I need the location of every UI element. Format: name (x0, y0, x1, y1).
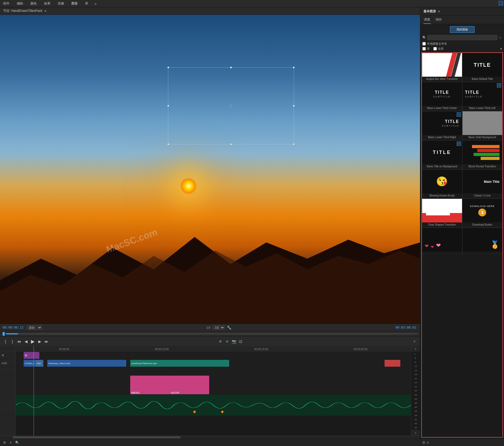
menu-item-edit[interactable]: 编辑 (16, 1, 24, 6)
panel-settings-btn[interactable]: ⚙ (422, 441, 425, 444)
in-point-button[interactable]: { (3, 339, 8, 344)
right-panel-menu-icon[interactable]: ≡ (438, 9, 440, 13)
menu-item-audio[interactable]: 音频 (57, 1, 65, 6)
local-folder-checkbox[interactable] (422, 42, 426, 45)
clip-video-handdrawn[interactable]: HandDrawnTitlesPack.mp4 (130, 360, 229, 367)
menu-item-effects[interactable]: 效果 (43, 1, 51, 6)
reward-bg: 🏅 (463, 228, 502, 252)
handle-tr[interactable] (293, 67, 295, 68)
scrubber-container[interactable] (0, 331, 420, 336)
panel-list-btn[interactable]: ≡ (427, 441, 429, 444)
play-button[interactable]: ▶ (30, 339, 36, 344)
tab-edit[interactable]: 编辑 (435, 16, 442, 24)
all-checkbox-label[interactable]: 全部 (433, 47, 444, 51)
clip-video-1807[interactable]: 1807 (35, 360, 43, 367)
vu-bottom-s: S (411, 430, 420, 435)
scrubber-bar[interactable] (6, 333, 417, 334)
template-card-lower-third-center[interactable]: ↗ TITLE SUBTITLE Basic Lower-Third Cente… (422, 82, 462, 111)
handle-mr[interactable] (293, 105, 295, 107)
vu-24: -24 (414, 381, 417, 384)
template-card-lower-third-right[interactable]: ↗ TITLE SUBTITLE Basic Lower-Third Right (422, 111, 462, 140)
tab-browse[interactable]: 浏览 (423, 16, 431, 24)
add-button[interactable]: + (412, 339, 417, 344)
template-thumb-hearts: ❤ ❤ ❤ (422, 228, 462, 252)
go-to-out-button[interactable]: ⏭ (44, 339, 49, 344)
classic-2line-bg: Main Title (463, 170, 502, 193)
track-row-video2 (16, 367, 411, 375)
step-back-button[interactable]: ◀ (23, 339, 29, 344)
template-card-basic-title[interactable]: TITLE Basic Default Title (462, 53, 503, 82)
timeline-zoom-out-btn[interactable]: 🔍 (14, 440, 20, 445)
template-card-reward[interactable]: 🏅 (462, 228, 503, 254)
handle-br[interactable] (293, 143, 295, 145)
solid-bg-fill (463, 111, 502, 135)
handle-bl[interactable] (167, 143, 169, 145)
template-card-classic-2line[interactable]: Main Title Classic 2-Line (462, 169, 503, 199)
template-card-download-btn[interactable]: DOWNLOAD HERE ⬇ Download Button (462, 199, 503, 228)
search-icon: 🔍 (422, 36, 426, 39)
template-name-download-btn: Download Button (463, 222, 502, 227)
handle-ml[interactable] (167, 105, 169, 107)
menu-more-icon[interactable]: » (94, 2, 97, 6)
my-templates-button[interactable]: 我的模板 (450, 26, 475, 33)
template-card-lower-third-left[interactable]: ↗ TITLE SUBTITLE Basic Lower-Third Left (462, 82, 503, 111)
template-name-lower-third-left: Basic Lower-Third Left (463, 106, 502, 111)
template-card-blowing-kisses[interactable]: 😘 Blowing Kisses Emoji (422, 169, 462, 199)
checkbox-row-local: 本地模板文件夹 (420, 41, 504, 46)
page-dropdown[interactable]: 1/2 2/2 (213, 325, 225, 330)
clip-unknown-red[interactable] (385, 360, 400, 367)
camera-button[interactable]: 📷 (231, 339, 237, 344)
timeline-zoom-in-btn[interactable]: ≡ (9, 440, 13, 445)
timeline-settings-btn[interactable]: ⚙ (2, 440, 7, 445)
search-input[interactable] (427, 35, 497, 40)
page-indicator: 1/2 (206, 326, 210, 329)
scrollbar-thumb[interactable] (13, 436, 181, 438)
title-on-bg-bg: TITLE (422, 141, 462, 164)
handle-bm[interactable] (230, 143, 232, 145)
all-label: 全部 (438, 47, 444, 51)
download-here-text: DOWNLOAD HERE (470, 205, 495, 208)
download-icon: ⬇ (478, 209, 486, 216)
hearts-bg: ❤ ❤ ❤ (422, 228, 462, 252)
clip-audio-exponential[interactable]: 指数淡化 (130, 376, 170, 394)
handle-tm[interactable] (230, 67, 232, 68)
template-card-angled-bar[interactable]: Angled Bar Wipe Transition (422, 53, 462, 82)
fit-dropdown[interactable]: 适合 25% 50% 75% 100% (27, 325, 42, 330)
sun-visual (181, 178, 196, 194)
out-point-button[interactable]: } (9, 339, 15, 344)
template-card-solid-bg[interactable]: Basic Solid Background (462, 111, 503, 140)
menu-item-color[interactable]: 颜色 (29, 1, 38, 6)
insert-button[interactable]: ⊞ (217, 339, 223, 344)
video-preview: MacSC.com (0, 15, 420, 324)
sequence-menu-icon[interactable]: ≡ (44, 9, 46, 13)
clip-title-city[interactable]: 城 (24, 352, 39, 359)
clip-video-raindrops[interactable]: Raindrops_Videvo.mp4 (47, 360, 126, 367)
vu-6: -6 (414, 357, 417, 359)
template-card-title-on-bg[interactable]: ↗ TITLE Basic Title on Background (422, 140, 462, 169)
step-forward-button[interactable]: ▶ (37, 339, 43, 344)
local-folder-checkbox-label[interactable]: 本地模板文件夹 (422, 42, 447, 46)
go-to-in-button[interactable]: ⏮ (16, 339, 22, 344)
timeline-scrollbar[interactable] (0, 435, 420, 439)
library-checkbox[interactable] (422, 47, 426, 50)
template-card-clear-shapes[interactable]: Clear Shapes Transition (422, 199, 462, 228)
template-name-block-reveal: Block Reveal Transition (463, 164, 502, 169)
wrench-icon[interactable]: 🔧 (227, 325, 231, 330)
checkbox-row-library: 库 全部 ▾ (420, 46, 504, 51)
lower-third-right-bg: TITLE SUBTITLE (422, 111, 462, 135)
handle-tl[interactable] (167, 67, 169, 68)
template-name-blowing-kisses: Blowing Kisses Emoji (422, 193, 462, 198)
star-icon[interactable]: ☆ (498, 35, 502, 40)
scrubber-playhead[interactable] (3, 332, 5, 336)
menu-item-graphics[interactable]: 图形 (70, 1, 79, 6)
library-checkbox-label[interactable]: 库 (422, 47, 430, 51)
overwrite-button[interactable]: ⊟ (224, 339, 230, 344)
menu-item-components[interactable]: 组件 (2, 1, 10, 6)
filter-toggle[interactable]: ▾ (500, 47, 502, 51)
template-card-block-reveal[interactable]: Block Reveal Transition (462, 140, 503, 169)
clip-audio-constant[interactable]: 恒定功率 (170, 376, 209, 394)
template-card-hearts[interactable]: ❤ ❤ ❤ (422, 228, 462, 254)
menu-item-library[interactable]: 库 (84, 1, 89, 6)
export-frame-button[interactable]: ⊡ (238, 339, 244, 344)
all-checkbox[interactable] (433, 47, 437, 50)
